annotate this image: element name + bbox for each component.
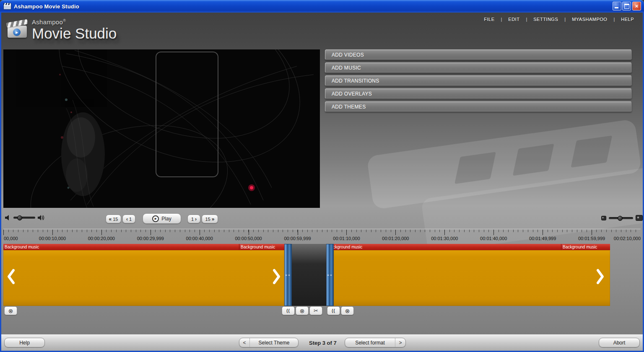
product-name: Movie Studio: [32, 26, 117, 41]
video-clip-2[interactable]: [334, 250, 610, 306]
tick-label: 00:01:30,000: [431, 236, 458, 241]
music-segment[interactable]: Background music: [3, 244, 239, 250]
cut-handle-left[interactable]: ××: [284, 244, 292, 306]
menubar: FILE | EDIT | SETTINGS | MYASHAMPOO | HE…: [484, 17, 634, 22]
timeline-ruler[interactable]: 00,000 00:00:10,000 00:00:20,000 00:00:2…: [3, 229, 641, 243]
volume-slider[interactable]: [13, 217, 35, 219]
tick-label: 00:01:40,000: [480, 236, 507, 241]
menu-item-help[interactable]: HELP: [621, 17, 634, 22]
window-frame: [0, 13, 1, 352]
timeline-zoom-control: [601, 215, 643, 221]
play-logo-icon: ▶: [13, 28, 21, 36]
tick-label: 00:00:20,000: [88, 236, 115, 241]
play-icon: ▶: [152, 215, 159, 222]
step-indicator: Step 3 of 7: [309, 340, 337, 346]
delete-icon: ⊗: [300, 308, 305, 314]
window-title: Ashampoo Movie Studio: [14, 3, 79, 10]
tick-label: 00:00:10,000: [39, 236, 66, 241]
skip-forward-icon: »: [212, 216, 215, 222]
back-arrow-icon: <: [239, 338, 250, 347]
maximize-button[interactable]: [622, 2, 631, 10]
fade-button[interactable]: ((: [327, 306, 340, 315]
tick-label: 00:00:29,999: [137, 236, 164, 241]
clapperboard-logo-icon: ▶: [7, 18, 29, 39]
menu-item-settings[interactable]: SETTINGS: [533, 17, 558, 22]
delete-clip-button[interactable]: ⊗: [4, 306, 17, 315]
music-segment[interactable]: Background music: [326, 244, 561, 250]
tick-label: 00,000: [4, 236, 18, 241]
music-segment[interactable]: Background music: [239, 244, 288, 250]
abort-button[interactable]: Abort: [599, 338, 640, 347]
timeline-track: Background music Background music Backgr…: [3, 244, 641, 306]
tick-label: 00:00:59,999: [284, 236, 311, 241]
preview-artwork: [3, 49, 320, 208]
delete-icon: ⊗: [8, 308, 13, 314]
zoom-slider[interactable]: [609, 217, 633, 219]
speaker-loud-icon[interactable]: [38, 215, 45, 220]
delete-icon: ⊗: [345, 308, 350, 314]
help-button[interactable]: Help: [4, 338, 45, 347]
cut-button[interactable]: ✂: [309, 306, 322, 315]
cut-toolbar-left: (( ⊗ ✂: [282, 306, 322, 315]
footer-bar: Help < Select Theme Step 3 of 7 Select f…: [0, 334, 644, 352]
menu-separator: |: [526, 17, 527, 22]
add-overlays-button[interactable]: ADD OVERLAYS: [325, 88, 632, 99]
tick-label: 00:00:40,000: [186, 236, 213, 241]
ruler-major-ticks: [3, 230, 641, 235]
watermark-hole: [454, 152, 496, 184]
volume-slider-thumb[interactable]: [17, 215, 22, 220]
watermark-hole: [571, 135, 612, 168]
zoom-in-thumbnail-icon[interactable]: [636, 215, 643, 221]
video-preview: [3, 49, 320, 208]
minimize-button[interactable]: [613, 2, 621, 10]
fade-icon: ((: [332, 308, 335, 313]
step-back-icon: ‹: [126, 216, 128, 222]
app-icon: [3, 3, 11, 10]
skip-back-15-button[interactable]: « 15: [106, 215, 121, 223]
delete-segment-button[interactable]: ⊗: [296, 306, 309, 315]
add-transitions-button[interactable]: ADD TRANSITIONS: [325, 75, 632, 86]
forward-arrow-icon: >: [395, 338, 405, 347]
clip1-next-arrow-icon[interactable]: [272, 268, 281, 285]
select-format-button[interactable]: Select format >: [345, 338, 406, 347]
volume-control: [5, 215, 45, 220]
select-theme-button[interactable]: < Select Theme: [239, 338, 299, 347]
delete-segment-button[interactable]: ⊗: [341, 306, 354, 315]
clip2-next-arrow-icon[interactable]: [595, 268, 605, 285]
menu-separator: |: [613, 17, 615, 22]
music-segment[interactable]: Background music: [561, 244, 610, 250]
menu-item-edit[interactable]: EDIT: [508, 17, 519, 22]
skip-forward-15-button[interactable]: 15 »: [202, 215, 218, 223]
cut-handle-right[interactable]: ××: [326, 244, 334, 306]
cut-toolbar-right: (( ⊗: [327, 306, 354, 315]
fade-button[interactable]: ((: [282, 306, 295, 315]
tick-label: 00:01:20,000: [382, 236, 409, 241]
speaker-mute-icon[interactable]: [5, 215, 11, 220]
menu-separator: |: [501, 17, 502, 22]
menu-item-file[interactable]: FILE: [484, 17, 494, 22]
menu-separator: |: [564, 17, 566, 22]
scissors-icon: ✂: [314, 308, 318, 314]
zoom-out-thumbnail-icon[interactable]: [601, 216, 606, 220]
zoom-slider-thumb[interactable]: [618, 216, 623, 221]
step-forward-icon: ›: [195, 216, 197, 222]
app-logo: ▶ Ashampoo® Movie Studio: [7, 18, 117, 41]
brand-name: Ashampoo: [32, 18, 63, 26]
menu-item-myashampoo[interactable]: MYASHAMPOO: [572, 17, 607, 22]
tick-label: 00:01:59,999: [578, 236, 605, 241]
add-themes-button[interactable]: ADD THEMES: [325, 101, 632, 112]
tick-label: 00:02:10,000: [614, 236, 641, 241]
tick-label: 00:01:10,000: [333, 236, 360, 241]
fade-icon: ((: [286, 308, 290, 313]
tick-label: 00:01:49,999: [529, 236, 556, 241]
add-videos-button[interactable]: ADD VIDEOS: [325, 49, 632, 60]
ruler-labels: 00,000 00:00:10,000 00:00:20,000 00:00:2…: [3, 236, 641, 242]
watermark-hole: [513, 144, 554, 176]
step-forward-1-button[interactable]: 1 ›: [187, 215, 200, 223]
clip1-prev-arrow-icon[interactable]: [7, 268, 16, 285]
step-back-1-button[interactable]: ‹ 1: [122, 215, 135, 223]
play-button[interactable]: ▶ Play: [143, 213, 181, 224]
close-button[interactable]: ×: [632, 2, 641, 10]
video-clip-1[interactable]: [3, 250, 284, 306]
add-music-button[interactable]: ADD MUSIC: [325, 62, 632, 73]
